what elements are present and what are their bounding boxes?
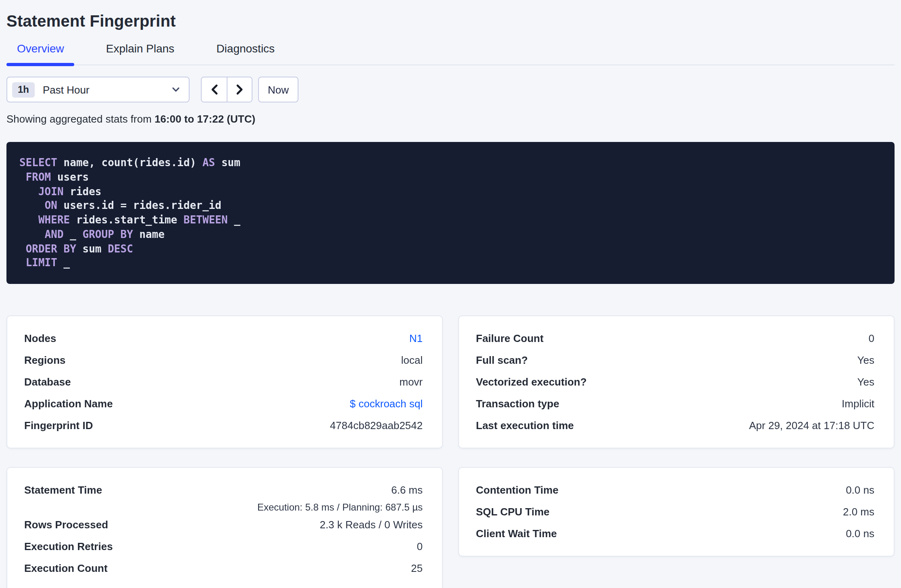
- detail-row: Rows Processed2.3 k Reads / 0 Writes: [24, 514, 423, 536]
- detail-value-block: $ cockroach sql: [350, 393, 423, 415]
- detail-row: Failure Count0: [476, 327, 874, 349]
- detail-value: 0.0 ns: [846, 479, 874, 501]
- detail-value: 0: [869, 327, 874, 349]
- time-range-label: Past Hour: [43, 83, 171, 96]
- detail-value: movr: [399, 371, 423, 393]
- next-range-button[interactable]: [227, 77, 252, 102]
- tab-diagnostics[interactable]: Diagnostics: [206, 41, 285, 65]
- detail-row: NodesN1: [24, 327, 423, 349]
- sql-text: [19, 171, 26, 183]
- detail-value-block: 0.0 ns: [846, 523, 874, 544]
- sql-line: LIMIT _: [19, 256, 882, 271]
- detail-label: Fingerprint ID: [24, 415, 93, 436]
- sql-text: sum: [76, 242, 108, 254]
- detail-value-block: 0: [869, 327, 874, 349]
- detail-value-block: Yes: [857, 371, 874, 393]
- sql-keyword: SELECT: [19, 156, 57, 169]
- detail-value: Yes: [857, 349, 874, 371]
- detail-value-link[interactable]: N1: [409, 327, 423, 349]
- detail-row: Execution Retries0: [24, 536, 423, 557]
- detail-row: Statement Time6.6 msExecution: 5.8 ms / …: [24, 479, 423, 514]
- detail-label: Nodes: [24, 327, 56, 349]
- detail-value-block: 2.3 k Reads / 0 Writes: [320, 514, 423, 536]
- chevron-left-icon: [209, 84, 219, 95]
- detail-label: Rows Processed: [24, 514, 108, 536]
- sql-keyword: WHERE: [38, 214, 70, 226]
- sql-text: [19, 228, 45, 240]
- detail-value-block: 2.0 ms: [843, 501, 874, 523]
- sql-text: rides.start_time: [70, 214, 184, 226]
- sql-line: AND _ GROUP BY name: [19, 227, 882, 242]
- time-range-badge: 1h: [12, 82, 35, 97]
- detail-label: Failure Count: [476, 327, 544, 349]
- wait-time-stats-card: Contention Time0.0 nsSQL CPU Time2.0 msC…: [458, 467, 895, 557]
- tab-explain-plans[interactable]: Explain Plans: [96, 41, 185, 65]
- detail-label: Execution Count: [24, 557, 108, 579]
- detail-value: 2.3 k Reads / 0 Writes: [320, 514, 423, 536]
- detail-value: local: [401, 349, 423, 371]
- tab-bar: Overview Explain Plans Diagnostics: [6, 41, 895, 65]
- detail-label: Regions: [24, 349, 66, 371]
- detail-label: Last execution time: [476, 415, 574, 436]
- sql-keyword: LIMIT: [26, 257, 57, 269]
- sql-text: rides: [64, 185, 102, 197]
- sql-line: WHERE rides.start_time BETWEEN _: [19, 213, 882, 227]
- sql-text: _: [64, 228, 83, 240]
- detail-label: SQL CPU Time: [476, 501, 550, 523]
- detail-row: Vectorized execution?Yes: [476, 371, 874, 393]
- chevron-down-icon: [171, 85, 181, 94]
- sql-text: users: [51, 171, 89, 183]
- detail-value: Apr 29, 2024 at 17:18 UTC: [749, 415, 874, 436]
- detail-row: Client Wait Time0.0 ns: [476, 523, 874, 544]
- detail-value: 4784cb829aab2542: [330, 415, 423, 436]
- detail-value-block: 0.0 ns: [846, 479, 874, 501]
- detail-row: Last execution timeApr 29, 2024 at 17:18…: [476, 415, 874, 436]
- detail-label: Statement Time: [24, 479, 102, 501]
- detail-label: Application Name: [24, 393, 113, 415]
- detail-row: Fingerprint ID4784cb829aab2542: [24, 415, 423, 436]
- execution-stats-card: Statement Time6.6 msExecution: 5.8 ms / …: [6, 467, 443, 588]
- sql-keyword: ORDER BY: [26, 242, 76, 254]
- aggregated-stats-caption: Showing aggregated stats from 16:00 to 1…: [6, 113, 895, 126]
- detail-label: Database: [24, 371, 71, 393]
- sql-line: ON users.id = rides.rider_id: [19, 199, 882, 213]
- detail-row: Execution Count25: [24, 557, 423, 579]
- detail-value-block: Apr 29, 2024 at 17:18 UTC: [749, 415, 874, 436]
- detail-value-block: 6.6 msExecution: 5.8 ms / Planning: 687.…: [257, 479, 423, 514]
- sql-statement-box: SELECT name, count(rides.id) AS sum FROM…: [6, 142, 895, 284]
- sql-text: [19, 257, 26, 269]
- sql-text: name, count(rides.id): [57, 156, 202, 169]
- detail-label: Client Wait Time: [476, 523, 557, 544]
- detail-value: 0.0 ns: [846, 523, 874, 544]
- details-cards-row: NodesN1RegionslocalDatabasemovrApplicati…: [6, 315, 895, 448]
- detail-value-block: N1: [409, 327, 423, 349]
- sql-text: sum: [215, 156, 240, 169]
- detail-value-block: local: [401, 349, 423, 371]
- detail-row: Full scan?Yes: [476, 349, 874, 371]
- detail-row: Application Name$ cockroach sql: [24, 393, 423, 415]
- time-range-picker[interactable]: 1h Past Hour: [6, 77, 190, 102]
- detail-value-block: 4784cb829aab2542: [330, 415, 423, 436]
- detail-label: Transaction type: [476, 393, 559, 415]
- statement-details-card: NodesN1RegionslocalDatabasemovrApplicati…: [6, 315, 443, 448]
- stats-cards-row: Statement Time6.6 msExecution: 5.8 ms / …: [6, 467, 895, 588]
- aggregated-stats-prefix: Showing aggregated stats from: [6, 113, 154, 125]
- now-button[interactable]: Now: [258, 77, 298, 102]
- previous-range-button[interactable]: [202, 77, 227, 102]
- detail-row: Transaction typeImplicit: [476, 393, 874, 415]
- tab-overview[interactable]: Overview: [6, 41, 75, 65]
- sql-line: ORDER BY sum DESC: [19, 242, 882, 256]
- detail-value-block: 0: [417, 536, 423, 557]
- detail-value: 2.0 ms: [843, 501, 874, 523]
- sql-line: JOIN rides: [19, 184, 882, 199]
- sql-line: SELECT name, count(rides.id) AS sum: [19, 156, 882, 170]
- sql-keyword: BETWEEN: [184, 214, 228, 226]
- detail-row: Regionslocal: [24, 349, 423, 371]
- sql-keyword: AND: [45, 228, 64, 240]
- time-controls: 1h Past Hour Now: [6, 77, 895, 102]
- detail-value-block: 25: [411, 557, 423, 579]
- sql-line: FROM users: [19, 170, 882, 185]
- detail-value-block: Implicit: [842, 393, 874, 415]
- detail-value-link[interactable]: $ cockroach sql: [350, 393, 423, 415]
- detail-row: Databasemovr: [24, 371, 423, 393]
